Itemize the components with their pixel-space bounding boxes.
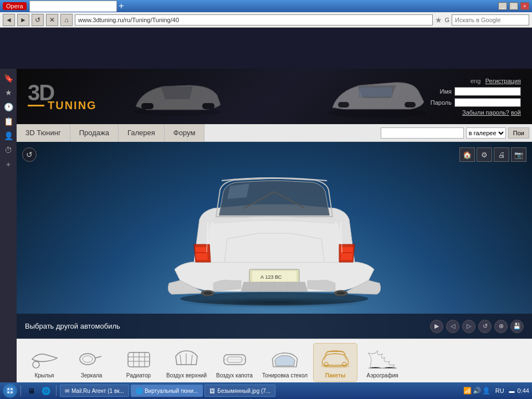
sidebar-icon-recent[interactable]: ⏱: [2, 144, 15, 157]
choose-car-btn[interactable]: Выбрать другой автомобиль: [25, 322, 120, 330]
lang-link[interactable]: eng: [470, 78, 480, 84]
minimize-btn[interactable]: _: [498, 2, 507, 10]
name-row: Имя: [440, 87, 521, 96]
search-engine-label: G: [444, 17, 449, 23]
taskbar-mail-label: Mail.Ru Агент (1 вк...: [71, 388, 124, 394]
taskbar-window-mail[interactable]: ✉ Mail.Ru Агент (1 вк...: [60, 385, 129, 397]
header-car-right: [321, 71, 432, 121]
close-btn[interactable]: ×: [520, 2, 529, 10]
taskbar-window-image[interactable]: 🖼 Безымянный.jpg (7...: [204, 385, 275, 397]
part-item-packages[interactable]: Пакеты: [313, 343, 357, 382]
name-label: Имя: [440, 88, 452, 95]
start-button[interactable]: [3, 383, 17, 398]
tab-close-btn[interactable]: ×: [108, 3, 111, 10]
part-icon-hood-air: [218, 346, 251, 371]
taskbar-network-icon[interactable]: 📶: [463, 387, 472, 395]
part-item-airbrush[interactable]: Аэрография: [360, 344, 405, 381]
viewer-toolbar: 🏠 ⚙ 🖨 📷: [459, 147, 526, 162]
nav-sale[interactable]: Продажа: [70, 124, 119, 142]
sidebar-icon-history[interactable]: 🕐: [2, 100, 15, 114]
svg-rect-6: [202, 103, 214, 109]
taskbar-time: 0:44: [518, 387, 529, 394]
sidebar-icon-contacts[interactable]: 👤: [2, 129, 15, 142]
nav-search-select[interactable]: в галерее: [466, 127, 506, 139]
nav-search-area: в галерее Пои: [381, 127, 532, 139]
taskbar-browser-icon[interactable]: 🌐: [39, 384, 53, 397]
play-btn[interactable]: ▶: [430, 320, 443, 333]
active-tab[interactable]: Виртуальный тюнинг а... ×: [29, 1, 117, 12]
save-btn[interactable]: 💾: [510, 320, 524, 333]
part-label-airbrush: Аэрография: [367, 372, 398, 378]
forward-button[interactable]: ►: [17, 14, 29, 26]
bookmark-star[interactable]: ★: [435, 16, 442, 24]
viewer-refresh-btn[interactable]: ↺: [22, 147, 37, 162]
home-button[interactable]: ⌂: [60, 14, 73, 26]
part-item-grille[interactable]: Радиатор: [116, 344, 161, 381]
register-link[interactable]: Регистрация: [485, 78, 521, 84]
reload-button[interactable]: ↺: [32, 14, 44, 26]
part-item-wings[interactable]: Крылья: [22, 344, 66, 381]
back-button[interactable]: ◄: [3, 14, 15, 26]
viewer-home-btn[interactable]: 🏠: [459, 147, 475, 162]
taskbar-volume-icon[interactable]: 🔊: [473, 387, 481, 395]
reset-btn[interactable]: ↺: [478, 320, 492, 333]
svg-rect-2: [405, 102, 416, 108]
svg-line-32: [180, 355, 181, 365]
viewer-wrench-btn[interactable]: ⚙: [477, 147, 492, 162]
nav-search-input[interactable]: [381, 127, 464, 139]
part-item-window-tint[interactable]: Тонировка стекол: [259, 344, 310, 381]
taskbar-lang[interactable]: RU: [493, 387, 507, 394]
taskbar: 🖥 🌐 ✉ Mail.Ru Агент (1 вк... 🌐 Виртуальн…: [0, 382, 532, 399]
stop-button[interactable]: ✕: [46, 14, 58, 26]
taskbar-image-icon: 🖼: [209, 388, 215, 394]
taskbar-tuning-label: Виртуальный тюни...: [145, 388, 198, 394]
taskbar-tuning-icon: 🌐: [136, 388, 142, 394]
login-btn[interactable]: вой: [511, 109, 521, 116]
part-item-mirrors[interactable]: Зеркала: [69, 344, 114, 381]
viewer-bottom-bar: Выбрать другой автомобиль ▶ ◁ ▷ ↺ ⊕ 💾: [17, 314, 532, 339]
window-controls: _ □ ×: [498, 2, 529, 10]
viewer-camera-btn[interactable]: 📷: [511, 147, 526, 162]
address-bar: ◄ ► ↺ ✕ ⌂ www.3dtuning.ru/ru/Tuning/Tuni…: [0, 12, 532, 28]
zoom-btn[interactable]: ⊕: [494, 320, 508, 333]
taskbar-divider-2: [56, 385, 57, 396]
part-item-hood-air[interactable]: Воздух капота: [212, 344, 257, 381]
taskbar-window-tuning[interactable]: 🌐 Виртуальный тюни...: [131, 385, 203, 397]
rotate-left-btn[interactable]: ◁: [446, 320, 459, 333]
logo-tuning-text: TUNING: [48, 99, 97, 112]
sidebar-icon-bookmarks[interactable]: 🔖: [2, 71, 15, 85]
rotate-right-btn[interactable]: ▷: [462, 320, 475, 333]
taskbar-volume-slider[interactable]: ▬: [509, 388, 515, 394]
part-icon-packages: [319, 346, 352, 371]
part-label-packages: Пакеты: [325, 372, 346, 378]
search-input[interactable]: [452, 14, 529, 25]
sidebar-icon-add[interactable]: ＋: [2, 158, 15, 171]
nav-gallery[interactable]: Галерея: [119, 124, 165, 142]
new-tab-btn[interactable]: +: [119, 1, 124, 11]
browser-body: 🔖 ★ 🕐 📋 👤 ⏱ ＋: [0, 28, 532, 358]
sidebar-icon-favorites[interactable]: ★: [2, 86, 15, 99]
forgot-pass-link[interactable]: Забыли пароль?: [462, 109, 509, 116]
url-bar[interactable]: www.3dtuning.ru/ru/Tuning/Tuning/40: [75, 14, 433, 25]
taskbar-show-desktop[interactable]: 🖥: [24, 384, 38, 397]
nav-3d-tuning[interactable]: 3D Тюнинг: [17, 124, 70, 142]
nav-search-btn[interactable]: Пои: [508, 127, 529, 139]
sidebar-icon-notes[interactable]: 📋: [2, 115, 15, 128]
viewer-print-btn[interactable]: 🖨: [494, 147, 509, 162]
part-icon-window-tint: [268, 346, 301, 371]
parts-bar: Крылья Зеркала: [17, 339, 532, 386]
part-icon-air-top: [170, 346, 203, 371]
maximize-btn[interactable]: □: [509, 2, 518, 10]
svg-point-22: [33, 361, 39, 368]
left-sidebar: 🔖 ★ 🕐 📋 👤 ⏱ ＋: [0, 69, 17, 390]
taskbar-sys-icons: 📶 🔊 👤: [463, 387, 490, 395]
taskbar-agent-icon[interactable]: 👤: [482, 387, 490, 395]
opera-button[interactable]: Opera: [3, 2, 27, 10]
part-label-window-tint: Тонировка стекол: [262, 372, 308, 378]
pass-input[interactable]: [454, 98, 521, 107]
nav-forum[interactable]: Форум: [165, 124, 205, 142]
name-input[interactable]: [454, 87, 521, 96]
svg-rect-1: [338, 102, 349, 108]
part-item-air-top[interactable]: Воздух верхний: [163, 344, 209, 381]
viewer-playback-controls: ▶ ◁ ▷ ↺ ⊕ 💾: [430, 320, 524, 333]
